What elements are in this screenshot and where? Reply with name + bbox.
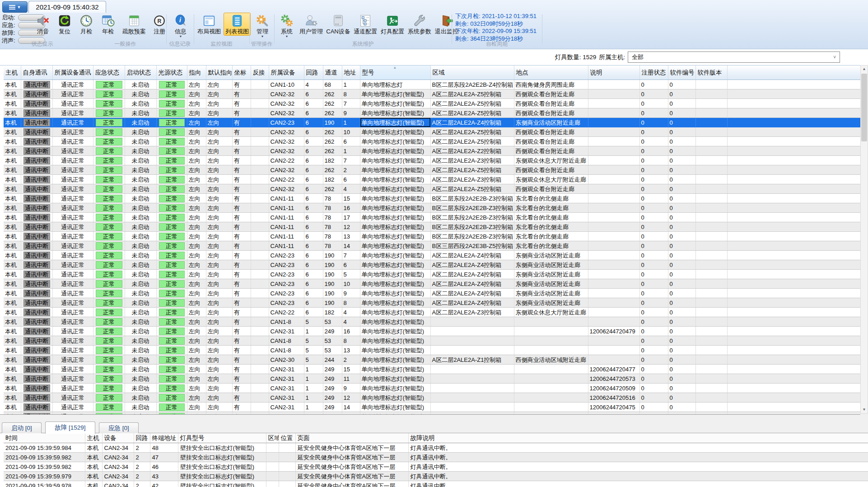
table-row[interactable]: 本机 通讯中断 通讯正常 正常 未启动 正常 左向 左向 有 CAN2-22 6… xyxy=(4,308,860,317)
column-header[interactable]: 回路 xyxy=(304,66,323,80)
column-header[interactable]: 地点 xyxy=(514,66,588,80)
column-header[interactable]: 说明 xyxy=(588,66,639,80)
table-row[interactable]: 本机 通讯中断 通讯正常 正常 未启动 正常 左向 左向 有 CAN2-22 6… xyxy=(4,156,860,165)
monthly-check-button[interactable]: 月检 xyxy=(76,13,97,36)
table-row[interactable]: 本机 通讯中断 通讯正常 正常 未启动 正常 左向 左向 有 CAN1-8 5 … xyxy=(4,317,860,327)
channel-config-button[interactable]: 通道配置 xyxy=(352,13,378,39)
host-filter-select[interactable]: 全部 ˅ xyxy=(628,52,840,63)
table-row[interactable]: 本机 通讯中断 通讯正常 正常 未启动 正常 左向 左向 有 CAN2-23 6… xyxy=(4,279,860,289)
fault-row[interactable]: 2021-09-09 15:39:59.982 本机 CAN2-34 2 47 … xyxy=(4,453,868,462)
column-header[interactable]: 主机 xyxy=(4,66,21,80)
tab-emergency-events[interactable]: 应急 [0] xyxy=(99,422,139,434)
column-header[interactable]: 型号 xyxy=(360,66,430,80)
annual-check-button[interactable]: 年检 xyxy=(98,13,118,36)
cell-reverse xyxy=(251,336,269,346)
reset-button[interactable]: 复位 xyxy=(54,13,75,36)
table-row[interactable]: 本机 通讯中断 通讯正常 正常 未启动 正常 左向 左向 有 CAN2-31 1… xyxy=(4,384,860,393)
info-button[interactable]: i 信息 ▼ xyxy=(169,13,192,39)
table-row[interactable]: 本机 通讯中断 通讯正常 正常 未启动 正常 左向 左向 有 CAN2-32 6… xyxy=(4,165,860,175)
table-row[interactable]: 本机 通讯中断 通讯正常 正常 未启动 正常 左向 左向 有 CAN1-11 6… xyxy=(4,203,860,213)
evacuation-plan-button[interactable]: 疏散预案 xyxy=(119,13,149,36)
table-row[interactable]: 本机 通讯中断 通讯正常 正常 未启动 正常 左向 左向 有 CAN2-31 1… xyxy=(4,412,860,415)
column-header[interactable]: 注册状态 xyxy=(639,66,668,80)
table-row[interactable]: 本机 通讯中断 通讯正常 正常 未启动 正常 左向 左向 有 CAN2-31 1… xyxy=(4,365,860,374)
fault-column-header[interactable]: 终端地址 xyxy=(150,433,178,443)
column-header[interactable]: 自身通讯 xyxy=(21,66,52,80)
table-row[interactable]: 本机 通讯中断 通讯正常 正常 未启动 正常 左向 左向 有 CAN2-31 1… xyxy=(4,374,860,384)
lamp-config-button[interactable]: 灯具配置 xyxy=(379,13,406,39)
fault-column-header[interactable]: 页面 xyxy=(295,433,408,443)
column-header[interactable]: 通道 xyxy=(323,66,342,80)
table-row[interactable]: 本机 通讯中断 通讯正常 正常 未启动 正常 左向 左向 有 CAN1-11 6… xyxy=(4,241,860,251)
fault-row[interactable]: 2021-09-09 15:39:59.978 本机 CAN2-34 2 42 … xyxy=(4,481,868,487)
column-header[interactable]: 软件编号 xyxy=(668,66,695,80)
fault-column-header[interactable]: 回路 xyxy=(134,433,150,443)
table-row[interactable]: 本机 通讯中断 通讯正常 正常 未启动 正常 左向 左向 有 CAN1-11 6… xyxy=(4,232,860,241)
app-menu-button[interactable]: ▼ xyxy=(2,1,28,13)
layout-view-button[interactable]: 布局视图 xyxy=(196,13,223,36)
table-row[interactable]: 本机 通讯中断 通讯正常 正常 未启动 正常 左向 左向 有 CAN2-32 6… xyxy=(4,89,860,99)
cell-filler xyxy=(727,99,860,108)
table-row[interactable]: 本机 通讯中断 通讯正常 正常 未启动 正常 左向 左向 有 CAN1-11 6… xyxy=(4,213,860,222)
table-row[interactable]: 本机 通讯中断 通讯正常 正常 未启动 正常 左向 左向 有 CAN2-23 6… xyxy=(4,251,860,260)
fault-column-header[interactable]: 主机 xyxy=(85,433,102,443)
table-row[interactable]: 本机 通讯中断 通讯正常 正常 未启动 正常 左向 左向 有 CAN2-31 1… xyxy=(4,327,860,336)
table-row[interactable]: 本机 通讯中断 通讯正常 正常 未启动 正常 左向 左向 有 CAN2-32 6… xyxy=(4,99,860,108)
fault-column-header[interactable]: 时间 xyxy=(4,433,85,443)
fault-column-header[interactable]: 设备 xyxy=(102,433,134,443)
table-row[interactable]: 本机 通讯中断 通讯正常 正常 未启动 正常 左向 左向 有 CAN1-10 4… xyxy=(4,80,860,89)
table-row[interactable]: 本机 通讯中断 通讯正常 正常 未启动 正常 左向 左向 有 CAN2-23 6… xyxy=(4,260,860,270)
column-header[interactable]: 坐标 xyxy=(232,66,251,80)
column-header[interactable]: 反接 xyxy=(251,66,269,80)
column-header[interactable]: 软件版本 xyxy=(695,66,727,80)
column-header[interactable]: 光源状态 xyxy=(156,66,187,80)
table-row[interactable]: 本机 通讯中断 通讯正常 正常 未启动 正常 左向 左向 有 CAN2-23 6… xyxy=(4,118,860,127)
fault-column-header[interactable]: 故障说明 xyxy=(408,433,868,443)
table-row[interactable]: 本机 通讯中断 通讯正常 正常 未启动 正常 左向 左向 有 CAN2-23 6… xyxy=(4,289,860,298)
column-header[interactable]: 区域 xyxy=(430,66,514,80)
fault-column-header[interactable]: 区域 xyxy=(266,433,279,443)
mute-button[interactable]: 消音 xyxy=(33,13,53,36)
column-header[interactable]: 应急状态 xyxy=(93,66,125,80)
fault-column-header[interactable]: 位置 xyxy=(279,433,295,443)
table-row[interactable]: 本机 通讯中断 通讯正常 正常 未启动 正常 左向 左向 有 CAN2-32 6… xyxy=(4,137,860,146)
column-header[interactable]: 启动状态 xyxy=(125,66,156,80)
scroll-up-arrow-icon[interactable]: ▲ xyxy=(861,66,868,73)
column-header[interactable]: 所属设备通讯 xyxy=(52,66,93,80)
table-row[interactable]: 本机 通讯中断 通讯正常 正常 未启动 正常 左向 左向 有 CAN1-11 6… xyxy=(4,222,860,232)
timestamp-tab[interactable]: 2021-09-09 15:40:32 xyxy=(28,1,106,13)
column-header[interactable]: 地址 xyxy=(342,66,360,80)
fault-row[interactable]: 2021-09-09 15:39:59.982 本机 CAN2-34 2 46 … xyxy=(4,462,868,472)
column-header[interactable]: 默认指向 xyxy=(206,66,232,80)
table-row[interactable]: 本机 通讯中断 通讯正常 正常 未启动 正常 左向 左向 有 CAN2-32 6… xyxy=(4,146,860,156)
vertical-scrollbar[interactable]: ▲ ▼ xyxy=(860,65,868,414)
column-header[interactable]: 指向 xyxy=(187,66,206,80)
table-row[interactable]: 本机 通讯中断 通讯正常 正常 未启动 正常 左向 左向 有 CAN2-23 6… xyxy=(4,270,860,279)
scrollbar-thumb[interactable] xyxy=(861,74,867,141)
scroll-down-arrow-icon[interactable]: ▼ xyxy=(861,406,868,413)
user-management-button[interactable]: 用户管理 xyxy=(298,13,324,39)
fault-row[interactable]: 2021-09-09 15:39:59.979 本机 CAN2-34 2 43 … xyxy=(4,472,868,481)
system-button[interactable]: 系统 ▼ xyxy=(276,13,297,39)
table-row[interactable]: 本机 通讯中断 通讯正常 正常 未启动 正常 左向 左向 有 CAN2-23 6… xyxy=(4,298,860,308)
table-row[interactable]: 本机 通讯中断 通讯正常 正常 未启动 正常 左向 左向 有 CAN2-32 6… xyxy=(4,108,860,118)
tab-start-events[interactable]: 启动 [0] xyxy=(2,422,42,434)
table-row[interactable]: 本机 通讯中断 通讯正常 正常 未启动 正常 左向 左向 有 CAN1-8 5 … xyxy=(4,336,860,346)
table-row[interactable]: 本机 通讯中断 通讯正常 正常 未启动 正常 左向 左向 有 CAN2-22 6… xyxy=(4,175,860,184)
table-row[interactable]: 本机 通讯中断 通讯正常 正常 未启动 正常 左向 左向 有 CAN2-32 6… xyxy=(4,184,860,194)
cell-model: 单向地埋标志灯 xyxy=(360,80,430,89)
fault-column-header[interactable]: 灯具型号 xyxy=(178,433,266,443)
can-device-button[interactable]: CAN设备 xyxy=(325,13,351,39)
list-view-button[interactable]: 列表视图 xyxy=(224,13,251,36)
system-params-button[interactable]: 系统参数 xyxy=(406,13,433,39)
table-row[interactable]: 本机 通讯中断 通讯正常 正常 未启动 正常 左向 左向 有 CAN2-30 5… xyxy=(4,355,860,365)
table-row[interactable]: 本机 通讯中断 通讯正常 正常 未启动 正常 左向 左向 有 CAN1-11 6… xyxy=(4,194,860,203)
fault-row[interactable]: 2021-09-09 15:39:59.984 本机 CAN2-34 2 48 … xyxy=(4,443,868,453)
tab-fault-events[interactable]: 故障 [1529] xyxy=(45,421,95,434)
table-row[interactable]: 本机 通讯中断 通讯正常 正常 未启动 正常 左向 左向 有 CAN2-31 1… xyxy=(4,403,860,412)
manage-button[interactable]: 管理 ▼ xyxy=(252,13,273,39)
table-row[interactable]: 本机 通讯中断 通讯正常 正常 未启动 正常 左向 左向 有 CAN2-32 6… xyxy=(4,127,860,137)
column-header[interactable]: 所属设备 xyxy=(269,66,304,80)
table-row[interactable]: 本机 通讯中断 通讯正常 正常 未启动 正常 左向 左向 有 CAN1-8 5 … xyxy=(4,346,860,355)
table-row[interactable]: 本机 通讯中断 通讯正常 正常 未启动 正常 左向 左向 有 CAN2-31 1… xyxy=(4,393,860,403)
